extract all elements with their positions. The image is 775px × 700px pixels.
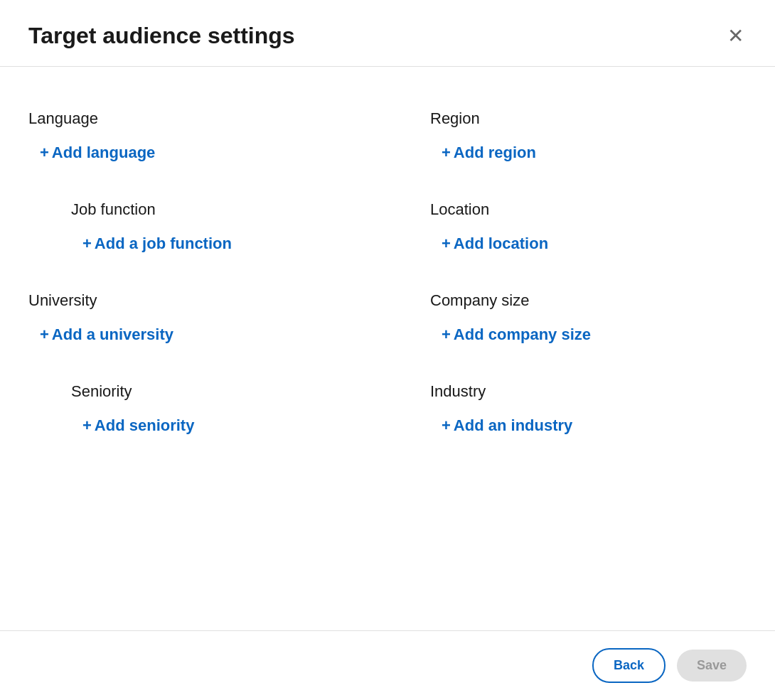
language-label: Language (28, 109, 359, 128)
close-icon: ✕ (727, 26, 744, 46)
close-button[interactable]: ✕ (725, 23, 747, 49)
right-column: Region + Add region Location + Add locat… (388, 95, 747, 459)
add-job-function-button[interactable]: + Add a job function (77, 232, 237, 256)
add-university-button[interactable]: + Add a university (34, 323, 179, 347)
language-section: Language + Add language (28, 95, 388, 186)
region-section: Region + Add region (388, 95, 747, 186)
dialog-header: Target audience settings ✕ (0, 0, 775, 67)
add-company-size-label: Add company size (454, 325, 591, 344)
dialog-footer: Back Save (0, 630, 775, 700)
plus-icon: + (40, 145, 49, 161)
industry-label: Industry (430, 382, 747, 401)
add-seniority-label: Add seniority (95, 416, 195, 435)
add-industry-label: Add an industry (454, 416, 572, 435)
target-audience-dialog: Target audience settings ✕ Language + Ad… (0, 0, 775, 700)
dialog-content: Language + Add language Job function + A… (0, 67, 775, 630)
dialog-title: Target audience settings (28, 23, 295, 49)
plus-icon: + (442, 236, 451, 252)
plus-icon: + (82, 418, 92, 434)
add-language-button[interactable]: + Add language (34, 141, 161, 165)
save-button: Save (677, 650, 747, 682)
region-label: Region (430, 109, 718, 128)
university-section: University + Add a university (28, 277, 388, 368)
plus-icon: + (442, 327, 451, 343)
settings-grid: Language + Add language Job function + A… (28, 95, 747, 459)
add-job-function-label: Add a job function (95, 235, 232, 253)
seniority-section: Seniority + Add seniority (28, 368, 388, 459)
plus-icon: + (82, 236, 92, 252)
left-column: Language + Add language Job function + A… (28, 95, 388, 459)
industry-section: Industry + Add an industry (388, 368, 747, 459)
university-label: University (28, 291, 359, 310)
add-language-label: Add language (52, 144, 155, 162)
location-label: Location (430, 200, 747, 219)
company-size-section: Company size + Add company size (388, 277, 747, 368)
add-region-button[interactable]: + Add region (436, 141, 542, 165)
plus-icon: + (442, 145, 451, 161)
job-function-section: Job function + Add a job function (28, 186, 388, 277)
add-location-label: Add location (454, 235, 548, 253)
add-region-label: Add region (454, 144, 536, 162)
plus-icon: + (40, 327, 49, 343)
seniority-label: Seniority (71, 382, 388, 401)
company-size-label: Company size (430, 291, 718, 310)
job-function-label: Job function (71, 200, 388, 219)
back-button[interactable]: Back (592, 648, 666, 683)
plus-icon: + (442, 418, 451, 434)
add-seniority-button[interactable]: + Add seniority (77, 414, 200, 438)
add-location-button[interactable]: + Add location (436, 232, 554, 256)
add-university-label: Add a university (52, 325, 173, 344)
location-section: Location + Add location (388, 186, 747, 277)
add-company-size-button[interactable]: + Add company size (436, 323, 597, 347)
add-industry-button[interactable]: + Add an industry (436, 414, 578, 438)
